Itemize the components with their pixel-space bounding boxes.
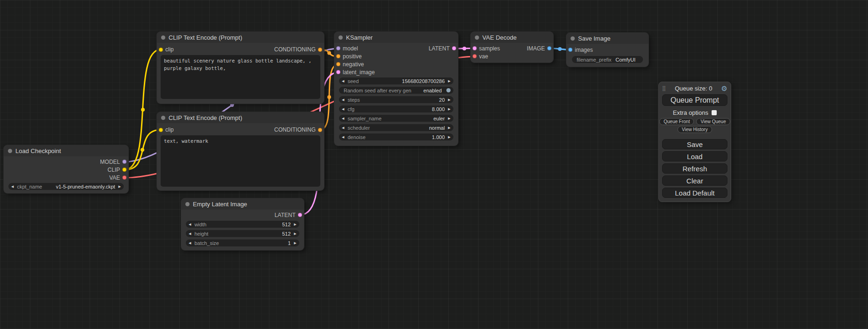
node-save-image[interactable]: Save Image images filename_prefix ComfyU… — [566, 33, 649, 67]
collapse-dot-icon[interactable] — [185, 202, 190, 206]
widget-height[interactable]: ◀ height 512 ▶ — [186, 230, 299, 237]
vae-port-icon[interactable] — [122, 175, 127, 180]
clip-input-slot[interactable]: clip — [159, 126, 174, 133]
extra-options-checkbox[interactable] — [712, 110, 717, 115]
negative-input-slot[interactable]: negative — [336, 61, 364, 68]
prev-arrow-icon[interactable]: ◀ — [342, 107, 344, 111]
model-output-slot[interactable]: MODEL — [4, 158, 128, 166]
drag-handle-icon[interactable]: ⣿ — [662, 85, 666, 91]
queue-front-button[interactable]: Queue Front — [659, 118, 694, 125]
refresh-button[interactable]: Refresh — [662, 163, 727, 174]
collapse-dot-icon[interactable] — [339, 35, 343, 40]
toggle-indicator-icon[interactable] — [446, 88, 451, 92]
collapse-dot-icon[interactable] — [161, 116, 165, 120]
widget-denoise[interactable]: ◀ denoise 1.000 ▶ — [339, 133, 453, 140]
model-input-slot[interactable]: model — [336, 45, 358, 52]
next-arrow-icon[interactable]: ▶ — [294, 232, 296, 235]
widget-seed[interactable]: ◀ seed 156680208700286 ▶ — [339, 77, 453, 84]
clip-input-slot[interactable]: clip — [159, 46, 174, 53]
positive-prompt-textarea[interactable]: beautiful scenery nature glass bottle la… — [161, 55, 320, 99]
next-arrow-icon[interactable]: ▶ — [448, 135, 451, 139]
node-title-bar[interactable]: VAE Decode — [471, 32, 553, 43]
conditioning-port-icon[interactable] — [318, 128, 322, 132]
next-arrow-icon[interactable]: ▶ — [119, 185, 121, 188]
clip-port-icon[interactable] — [159, 48, 163, 52]
node-title-bar[interactable]: CLIP Text Encode (Prompt) — [157, 32, 324, 43]
conditioning-port-icon[interactable] — [336, 54, 340, 58]
latent-port-icon[interactable] — [298, 213, 302, 217]
node-clip-text-encode-negative[interactable]: CLIP Text Encode (Prompt) clip CONDITION… — [157, 112, 324, 190]
images-input-slot[interactable]: images — [568, 47, 593, 53]
prev-arrow-icon[interactable]: ◀ — [342, 126, 344, 129]
widget-random-seed-toggle[interactable]: Random seed after every gen enabled — [339, 87, 453, 94]
prev-arrow-icon[interactable]: ◀ — [11, 185, 14, 188]
next-arrow-icon[interactable]: ▶ — [448, 126, 451, 129]
widget-scheduler[interactable]: ◀ scheduler normal ▶ — [339, 124, 453, 131]
clip-output-slot[interactable]: CLIP — [4, 166, 128, 174]
vae-output-slot[interactable]: VAE — [4, 174, 128, 182]
samples-input-slot[interactable]: samples — [473, 45, 500, 52]
prev-arrow-icon[interactable]: ◀ — [189, 232, 191, 235]
node-ksampler[interactable]: KSampler model LATENT positive negative — [334, 32, 458, 146]
next-arrow-icon[interactable]: ▶ — [294, 241, 296, 245]
next-arrow-icon[interactable]: ▶ — [448, 98, 451, 101]
latent-port-icon[interactable] — [336, 70, 340, 74]
collapse-dot-icon[interactable] — [571, 36, 575, 41]
vae-port-icon[interactable] — [473, 54, 477, 58]
widget-sampler-name[interactable]: ◀ sampler_name euler ▶ — [339, 115, 453, 122]
latent-image-input-slot[interactable]: latent_image — [336, 69, 375, 76]
prev-arrow-icon[interactable]: ◀ — [342, 79, 344, 83]
latent-output-slot[interactable]: LATENT — [181, 211, 304, 219]
node-title-bar[interactable]: CLIP Text Encode (Prompt) — [157, 112, 324, 123]
clip-port-icon[interactable] — [122, 168, 127, 172]
prev-arrow-icon[interactable]: ◀ — [342, 135, 344, 139]
collapse-dot-icon[interactable] — [475, 35, 479, 40]
save-button[interactable]: Save — [662, 139, 727, 149]
node-empty-latent-image[interactable]: Empty Latent Image LATENT ◀ width 512 ▶ … — [181, 198, 304, 250]
view-queue-button[interactable]: View Queue — [696, 118, 730, 125]
view-history-button[interactable]: View History — [677, 126, 712, 133]
model-port-icon[interactable] — [336, 46, 340, 50]
widget-batch-size[interactable]: ◀ batch_size 1 ▶ — [186, 239, 299, 246]
model-port-icon[interactable] — [122, 160, 127, 164]
clip-port-icon[interactable] — [159, 128, 163, 132]
widget-ckpt-name[interactable]: ◀ ckpt_name v1-5-pruned-emaonly.ckpt ▶ — [8, 183, 124, 190]
node-load-checkpoint[interactable]: Load Checkpoint MODEL CLIP VAE ◀ ckpt_na… — [4, 145, 128, 193]
image-port-icon[interactable] — [568, 48, 572, 52]
node-title-bar[interactable]: Empty Latent Image — [181, 198, 304, 210]
node-title-bar[interactable]: Load Checkpoint — [4, 145, 128, 156]
load-default-button[interactable]: Load Default — [662, 188, 727, 198]
next-arrow-icon[interactable]: ▶ — [448, 117, 451, 120]
image-output-slot[interactable]: IMAGE — [527, 45, 551, 52]
latent-port-icon[interactable] — [452, 46, 456, 50]
conditioning-output-slot[interactable]: CONDITIONING — [274, 46, 322, 53]
next-arrow-icon[interactable]: ▶ — [294, 223, 296, 226]
clear-button[interactable]: Clear — [662, 175, 727, 186]
collapse-dot-icon[interactable] — [161, 35, 165, 40]
node-title-bar[interactable]: KSampler — [334, 32, 458, 43]
conditioning-port-icon[interactable] — [336, 62, 340, 66]
widget-width[interactable]: ◀ width 512 ▶ — [186, 221, 299, 228]
load-button[interactable]: Load — [662, 151, 727, 161]
next-arrow-icon[interactable]: ▶ — [448, 79, 451, 83]
vae-input-slot[interactable]: vae — [473, 53, 488, 60]
image-port-icon[interactable] — [547, 46, 551, 50]
prev-arrow-icon[interactable]: ◀ — [342, 98, 344, 101]
node-title-bar[interactable]: Save Image — [566, 33, 649, 44]
prev-arrow-icon[interactable]: ◀ — [342, 117, 344, 120]
prev-arrow-icon[interactable]: ◀ — [189, 223, 191, 226]
latent-port-icon[interactable] — [473, 46, 477, 50]
node-clip-text-encode-positive[interactable]: CLIP Text Encode (Prompt) clip CONDITION… — [157, 32, 324, 104]
collapse-dot-icon[interactable] — [8, 149, 12, 153]
comfyui-canvas[interactable]: { "colors": { "model": "#B39DDB", "clip"… — [0, 0, 868, 329]
node-vae-decode[interactable]: VAE Decode samples IMAGE vae — [471, 32, 553, 63]
widget-steps[interactable]: ◀ steps 20 ▶ — [339, 96, 453, 103]
widget-cfg[interactable]: ◀ cfg 8.000 ▶ — [339, 105, 453, 112]
queue-prompt-button[interactable]: Queue Prompt — [662, 94, 727, 106]
conditioning-port-icon[interactable] — [318, 48, 322, 52]
prev-arrow-icon[interactable]: ◀ — [189, 241, 191, 245]
latent-output-slot[interactable]: LATENT — [429, 45, 456, 52]
negative-prompt-textarea[interactable]: text, watermark — [161, 135, 320, 187]
conditioning-output-slot[interactable]: CONDITIONING — [274, 126, 322, 133]
positive-input-slot[interactable]: positive — [336, 53, 362, 60]
